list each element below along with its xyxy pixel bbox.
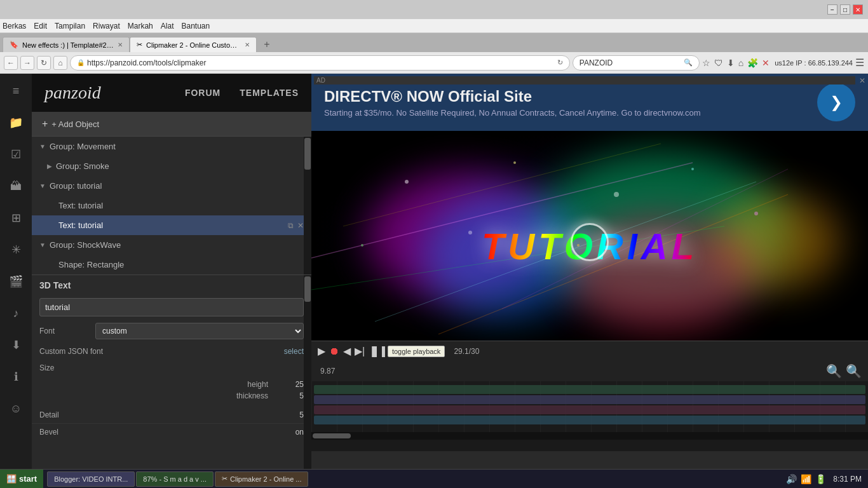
sidebar-info-icon[interactable]: ℹ xyxy=(5,366,27,388)
back-button[interactable]: ← xyxy=(4,56,18,70)
step-back-button[interactable]: ◀ xyxy=(343,345,351,357)
play-button[interactable]: ▶ xyxy=(318,345,325,357)
timeline-track-1[interactable] xyxy=(314,385,865,394)
forum-nav-item[interactable]: FORUM xyxy=(185,88,220,98)
start-icon: 🪟 xyxy=(6,474,17,484)
star-icon[interactable]: ☆ xyxy=(702,58,710,68)
sidebar-folder-icon[interactable]: 📁 xyxy=(5,112,27,133)
sidebar-menu-icon[interactable]: ≡ xyxy=(5,80,27,102)
header-nav: FORUM TEMPLATES xyxy=(185,88,299,98)
taskbar-network-icon[interactable]: 📶 xyxy=(801,474,811,484)
bevel-row: Bevel on xyxy=(32,423,311,440)
tree-item-movement[interactable]: ▼ Group: Movement xyxy=(32,137,311,156)
zoom-in-button[interactable]: 🔍 xyxy=(846,363,862,379)
url-bar[interactable]: 🔒 https://panzoid.com/tools/clipmaker ↻ xyxy=(70,55,570,71)
menu-berkas[interactable]: Berkas xyxy=(3,22,26,30)
tab-1-favicon: 🔖 xyxy=(10,41,18,49)
sidebar-grid-icon[interactable]: ⊞ xyxy=(5,207,27,229)
menu-tampilan[interactable]: Tampilan xyxy=(55,22,85,30)
home-button[interactable]: ⌂ xyxy=(53,56,67,70)
minimize-button[interactable]: − xyxy=(827,4,837,15)
ad-button[interactable]: ❯ xyxy=(817,83,855,121)
menu-markah[interactable]: Markah xyxy=(128,22,153,30)
menu-icon[interactable]: ☰ xyxy=(855,57,864,69)
forward-button[interactable]: → xyxy=(20,56,34,70)
menu-edit[interactable]: Edit xyxy=(34,22,47,30)
tab-2[interactable]: ✂ Clipmaker 2 - Online Custom V... ✕ xyxy=(130,37,257,52)
delete-icon[interactable]: ✕ xyxy=(297,221,304,230)
font-select[interactable]: custom xyxy=(95,323,304,339)
zoom-controls-row: 9.87 🔍 🔍 xyxy=(311,361,868,381)
arrow-icon: ▼ xyxy=(39,143,46,150)
thickness-label: thickness xyxy=(156,391,268,400)
toggle-playback-tooltip: toggle playback xyxy=(388,346,445,357)
tree-item-text-tutorial-1[interactable]: Text: tutorial xyxy=(32,196,311,215)
timeline-scrollbar[interactable] xyxy=(311,432,868,440)
menu-bantuan[interactable]: Bantuan xyxy=(181,22,210,30)
step-back-icon: ◀ xyxy=(343,345,351,357)
extensions-icon[interactable]: 🧩 xyxy=(747,58,758,68)
ad-close-button[interactable]: ✕ xyxy=(859,76,865,85)
sidebar-image-icon[interactable]: 🏔 xyxy=(5,175,27,197)
shield-icon[interactable]: 🛡 xyxy=(714,58,723,68)
new-tab-button[interactable]: + xyxy=(259,37,275,52)
close-button[interactable]: ✕ xyxy=(853,4,863,15)
toolbar-icons: ☆ 🛡 ⬇ ⌂ 🧩 ✕ xyxy=(702,58,770,68)
sidebar-download-icon[interactable]: ⬇ xyxy=(5,334,27,356)
download-icon[interactable]: ⬇ xyxy=(727,58,735,68)
tab-1[interactable]: 🔖 New effects :) | Template#21... ✕ xyxy=(3,37,130,52)
tree-item-group-tutorial[interactable]: ▼ Group: tutorial xyxy=(32,176,311,196)
url-text: https://panzoid.com/tools/clipmaker xyxy=(87,58,555,67)
maximize-button[interactable]: □ xyxy=(840,4,850,15)
sidebar-star-icon[interactable]: ✳ xyxy=(5,239,27,261)
tree-item-smoke[interactable]: ▶ Group: Smoke xyxy=(32,156,311,176)
select-link[interactable]: select xyxy=(284,347,304,356)
taskbar-item-1[interactable]: Blogger: VIDEO INTR... xyxy=(47,471,135,487)
tree-scrollbar[interactable] xyxy=(304,137,311,274)
sidebar-user-icon[interactable]: ☺ xyxy=(5,398,27,419)
record-button[interactable]: ⏺ xyxy=(329,346,339,357)
tab-1-close[interactable]: ✕ xyxy=(118,41,123,48)
text-input[interactable] xyxy=(39,298,304,316)
sidebar-check-icon[interactable]: ☑ xyxy=(5,144,27,165)
svg-point-11 xyxy=(361,244,363,247)
url-refresh-icon[interactable]: ↻ xyxy=(557,58,563,67)
copy-icon[interactable]: ⧉ xyxy=(288,221,294,230)
menu-alat[interactable]: Alat xyxy=(161,22,174,30)
tab-2-close[interactable]: ✕ xyxy=(245,41,250,48)
home-toolbar-icon[interactable]: ⌂ xyxy=(738,58,743,68)
close-toolbar-icon[interactable]: ✕ xyxy=(762,58,770,68)
props-scrollbar[interactable] xyxy=(304,275,311,488)
search-bar[interactable]: PANZOID 🔍 xyxy=(573,55,700,71)
templates-nav-item[interactable]: TEMPLATES xyxy=(240,88,299,98)
svg-point-6 xyxy=(405,180,409,184)
taskbar-item-3[interactable]: ✂ Clipmaker 2 - Online ... xyxy=(215,471,308,487)
panzoid-logo: panzoid xyxy=(44,83,101,103)
step-fwd-button[interactable]: ▶| xyxy=(355,345,365,357)
thickness-row: thickness 5 xyxy=(39,391,304,400)
add-object-label: + Add Object xyxy=(51,119,99,129)
svg-point-7 xyxy=(513,161,516,164)
sidebar-video-icon[interactable]: 🎬 xyxy=(5,271,27,292)
sidebar-icons: ≡ 📁 ☑ 🏔 ⊞ ✳ 🎬 ♪ ⬇ ℹ ☺ xyxy=(0,74,32,488)
sidebar-audio-icon[interactable]: ♪ xyxy=(5,302,27,324)
detail-label: Detail xyxy=(39,410,59,419)
play-icon: ▶ xyxy=(318,345,325,357)
search-icon: 🔍 xyxy=(684,58,693,67)
timeline-track-3[interactable] xyxy=(314,405,865,414)
wave-button[interactable]: ▐▌▐ xyxy=(369,346,384,356)
zoom-out-button[interactable]: 🔍 xyxy=(826,363,842,379)
menu-riwayat[interactable]: Riwayat xyxy=(93,22,120,30)
taskbar-battery-icon: 🔋 xyxy=(815,474,826,484)
taskbar-item-3-label: Clipmaker 2 - Online ... xyxy=(230,475,301,483)
taskbar-speaker-icon[interactable]: 🔊 xyxy=(786,474,797,484)
taskbar-item-2[interactable]: 87% - S m a d a v ... xyxy=(136,471,214,487)
add-object-button[interactable]: + + Add Object xyxy=(32,112,311,137)
tree-item-rectangle[interactable]: Shape: Rectangle xyxy=(32,255,311,274)
start-button[interactable]: 🪟 start xyxy=(0,470,43,488)
timeline-track-2[interactable] xyxy=(314,395,865,404)
tree-item-shockwave[interactable]: ▼ Group: ShockWave xyxy=(32,235,311,255)
tree-item-text-tutorial-2[interactable]: Text: tutorial ⧉ ✕ xyxy=(32,215,311,235)
refresh-button[interactable]: ↻ xyxy=(37,56,51,70)
timeline-track-4[interactable] xyxy=(314,416,865,424)
